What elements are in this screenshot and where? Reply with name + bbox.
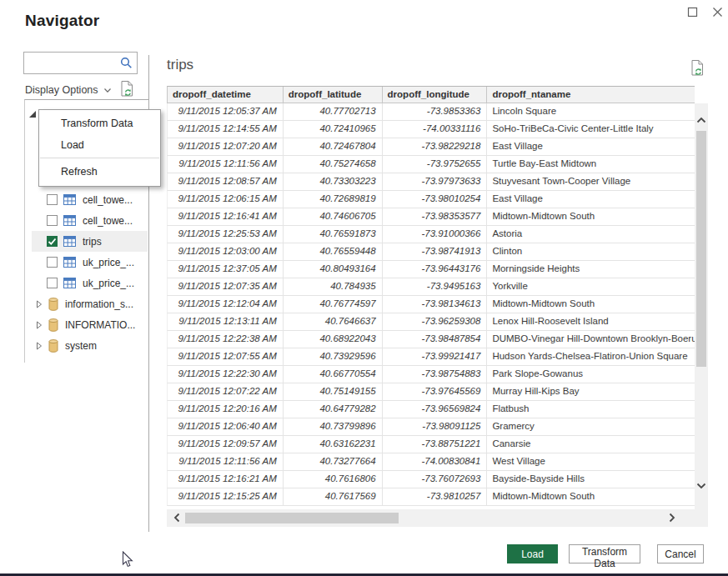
preview-refresh-button[interactable] <box>690 59 705 79</box>
table-cell: 9/11/2015 12:20:16 AM <box>168 401 284 418</box>
table-row: 9/11/2015 12:12:04 AM40.76774597-73.9813… <box>167 296 695 313</box>
table-cell: 40.80493164 <box>284 261 383 278</box>
table-cell: 40.7616806 <box>284 471 383 488</box>
table-cell: 9/11/2015 12:16:41 AM <box>168 208 284 225</box>
table-cell: -73.96259308 <box>383 313 488 330</box>
refresh-button[interactable] <box>120 80 134 100</box>
scroll-right-icon[interactable] <box>669 513 675 523</box>
table-cell: Murray Hill-Kips Bay <box>487 383 695 400</box>
table-cell: 9/11/2015 12:37:05 AM <box>168 261 284 278</box>
table-cell: East Village <box>487 138 695 155</box>
tree-item-uk-price[interactable]: uk_price_... <box>32 252 148 273</box>
display-options-dropdown[interactable]: Display Options <box>25 83 111 98</box>
table-cell: 9/11/2015 12:11:56 AM <box>168 156 284 173</box>
tree-item-label: cell_towe... <box>83 215 133 227</box>
table-cell: -73.98091125 <box>383 418 488 435</box>
table-cell: -73.99921417 <box>383 348 488 365</box>
table-cell: Bayside-Bayside Hills <box>487 471 695 488</box>
transform-data-button[interactable]: Transform Data <box>569 544 640 563</box>
table-icon <box>63 278 76 288</box>
tree-item-uk-price[interactable]: uk_price_... <box>32 273 148 293</box>
tree-item-label: uk_price_... <box>83 278 134 289</box>
maximize-button[interactable] <box>684 5 700 22</box>
close-button[interactable] <box>709 5 725 22</box>
tree-item-trips[interactable]: trips <box>32 231 148 252</box>
table-cell: 9/11/2015 12:08:57 AM <box>168 173 284 190</box>
table-row: 9/11/2015 12:16:41 AM40.74606705-73.9835… <box>167 208 695 226</box>
preview-table: dropoff_datetimedropoff_latitudedropoff_… <box>167 86 695 506</box>
table-cell: -73.98134613 <box>383 296 488 313</box>
tree-item-label: system <box>65 340 97 352</box>
tree-item-label: cell_towe... <box>83 194 133 206</box>
table-row: 9/11/2015 12:08:57 AM40.73303223-73.9797… <box>167 173 695 191</box>
checkbox[interactable] <box>47 257 58 268</box>
vertical-scrollbar[interactable] <box>695 103 708 509</box>
checkbox[interactable] <box>47 278 58 288</box>
page-title: Navigator <box>25 12 99 30</box>
checkbox[interactable] <box>47 215 58 226</box>
tree-item-information-s[interactable]: information_s... <box>32 293 148 314</box>
table-cell: -74.00830841 <box>383 453 488 470</box>
checkbox[interactable] <box>47 236 58 247</box>
document-refresh-icon <box>690 59 705 77</box>
table-cell: -73.98754883 <box>383 366 488 383</box>
table-cell: 9/11/2015 12:22:38 AM <box>168 331 284 348</box>
tree-item-cell-towe[interactable]: cell_towe... <box>32 189 148 210</box>
table-cell: 9/11/2015 12:22:30 AM <box>168 366 284 383</box>
checkbox[interactable] <box>47 194 58 205</box>
table-cell: 40.68922043 <box>284 331 383 348</box>
scroll-up-icon[interactable] <box>696 117 706 123</box>
table-row: 9/11/2015 12:15:25 AM40.7617569-73.98102… <box>167 488 695 506</box>
table-cell: Clinton <box>487 243 695 260</box>
table-cell: Lincoln Square <box>487 103 695 120</box>
load-button[interactable]: Load <box>507 544 558 563</box>
horizontal-scroll-thumb[interactable] <box>185 513 399 523</box>
table-cell: -73.9495163 <box>383 278 488 295</box>
database-icon <box>48 318 58 332</box>
table-cell: 40.7646637 <box>284 313 383 330</box>
table-cell: 9/11/2015 12:03:00 AM <box>168 243 284 260</box>
table-cell: 40.76559448 <box>284 243 383 260</box>
scroll-left-icon[interactable] <box>173 513 180 523</box>
table-row: 9/11/2015 12:07:55 AM40.73929596-73.9992… <box>167 348 695 366</box>
table-icon <box>63 236 76 247</box>
table-cell: Hudson Yards-Chelsea-Flatiron-Union Squa… <box>487 348 695 365</box>
search-icon <box>120 57 133 69</box>
menu-item-load[interactable]: Load <box>39 134 160 156</box>
table-row: 9/11/2015 12:07:35 AM40.784935-73.949516… <box>167 278 695 296</box>
table-cell: 40.75274658 <box>284 156 383 173</box>
table-cell: 9/11/2015 12:25:53 AM <box>168 226 284 243</box>
table-cell: 40.73277664 <box>284 453 383 470</box>
table-cell: SoHo-TriBeCa-Civic Center-Little Italy <box>487 121 695 138</box>
table-row: 9/11/2015 12:25:53 AM40.76591873-73.9100… <box>167 226 695 243</box>
table-cell: 40.72410965 <box>284 121 383 138</box>
search-input[interactable] <box>24 58 120 69</box>
table-cell: -73.96443176 <box>383 261 488 278</box>
tree-item-label: INFORMATIO... <box>65 319 135 331</box>
table-cell: 9/11/2015 12:12:04 AM <box>168 296 284 313</box>
menu-item-refresh[interactable]: Refresh <box>39 161 160 183</box>
table-cell: Midtown-Midtown South <box>487 488 695 505</box>
horizontal-scrollbar[interactable] <box>167 509 708 527</box>
table-cell: -73.98741913 <box>383 243 488 260</box>
table-cell: Yorkville <box>487 278 695 295</box>
tree-item-label: trips <box>83 236 102 248</box>
tree-item-informatio[interactable]: INFORMATIO... <box>32 314 148 335</box>
table-header-row: dropoff_datetimedropoff_latitudedropoff_… <box>167 86 695 103</box>
column-header-dropoff-longitude: dropoff_longitude <box>383 87 488 103</box>
table-cell: 9/11/2015 12:15:25 AM <box>168 488 284 505</box>
database-icon <box>48 339 58 353</box>
table-cell: 40.72689819 <box>284 191 383 208</box>
cancel-button[interactable]: Cancel <box>657 544 704 563</box>
vertical-scroll-thumb[interactable] <box>696 131 706 367</box>
tree-item-cell-towe[interactable]: cell_towe... <box>32 210 148 231</box>
menu-item-transform-data[interactable]: Transform Data <box>39 113 160 134</box>
table-cell: -73.96569824 <box>383 401 488 418</box>
document-refresh-icon <box>120 80 134 98</box>
column-header-dropoff-ntaname: dropoff_ntaname <box>487 87 695 103</box>
tree-item-system[interactable]: system <box>32 335 148 356</box>
scroll-down-icon[interactable] <box>696 483 706 489</box>
table-cell: 9/11/2015 12:14:55 AM <box>168 121 284 138</box>
context-menu: Transform DataLoadRefresh <box>38 109 161 187</box>
chevron-down-icon <box>104 88 111 93</box>
